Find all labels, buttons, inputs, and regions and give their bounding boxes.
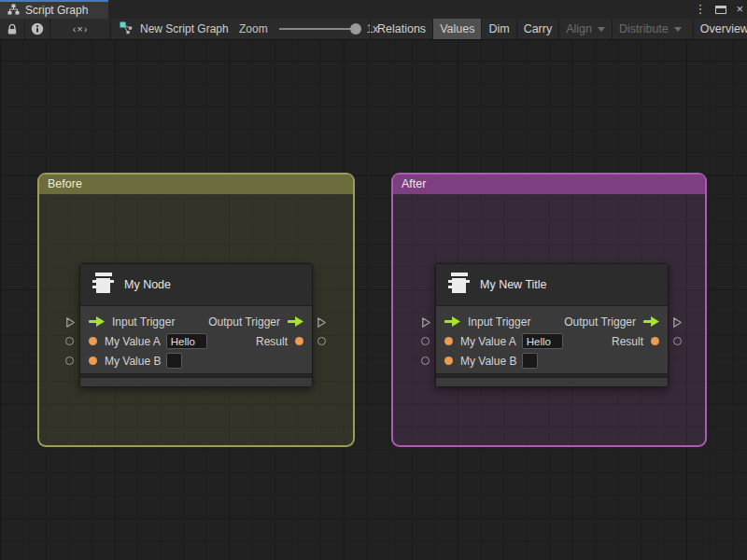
group-header[interactable]: After bbox=[393, 175, 705, 194]
port-row-trigger: Input Trigger Output Trigger bbox=[436, 312, 668, 331]
relations-button[interactable]: Relations bbox=[370, 19, 432, 39]
lock-button[interactable] bbox=[0, 19, 24, 39]
node-title: My New Title bbox=[480, 278, 547, 291]
port-label: Result bbox=[256, 335, 288, 348]
external-value-b-port[interactable] bbox=[421, 357, 430, 365]
external-trigger-in-port[interactable] bbox=[65, 315, 76, 332]
trigger-out-port-icon[interactable] bbox=[643, 316, 659, 327]
group-header[interactable]: Before bbox=[39, 175, 353, 194]
tab-bar: Script Graph ⋮ × bbox=[0, 0, 747, 19]
close-icon[interactable]: × bbox=[736, 0, 743, 19]
result-port-icon[interactable] bbox=[295, 337, 303, 345]
external-trigger-out-port[interactable] bbox=[672, 315, 683, 332]
zoom-control: Zoom 1x bbox=[239, 19, 378, 39]
toolbar-left-icons: ‹×› bbox=[0, 19, 111, 39]
port-label: Result bbox=[612, 335, 643, 348]
port-label: My Value A bbox=[105, 335, 161, 348]
maximize-icon[interactable] bbox=[715, 6, 726, 14]
zoom-slider-handle[interactable] bbox=[350, 23, 361, 35]
value-b-input[interactable] bbox=[166, 353, 182, 369]
info-icon bbox=[31, 22, 44, 35]
port-label: My Value B bbox=[460, 355, 516, 368]
trigger-out-port-icon[interactable] bbox=[288, 316, 303, 327]
external-value-a-port[interactable] bbox=[421, 337, 430, 345]
menu-kebab-icon[interactable]: ⋮ bbox=[694, 0, 706, 19]
carry-button[interactable]: Carry bbox=[516, 19, 559, 39]
port-row-value-b: My Value B bbox=[436, 351, 668, 371]
trigger-in-port-icon[interactable] bbox=[444, 316, 460, 327]
chevron-down-icon bbox=[598, 27, 605, 32]
node-body: Input Trigger Output Trigger My Value A … bbox=[80, 306, 312, 373]
toolbar-toggle-buttons: Relations Values Dim Carry Align Distrib… bbox=[370, 19, 747, 39]
lock-icon bbox=[7, 23, 18, 35]
node-footer bbox=[80, 377, 312, 386]
port-label: Input Trigger bbox=[112, 315, 175, 329]
group-title: After bbox=[402, 177, 426, 190]
port-row-value-a: My Value A Result bbox=[80, 331, 312, 351]
value-a-port-icon[interactable] bbox=[444, 337, 453, 345]
value-a-port-icon[interactable] bbox=[89, 337, 97, 345]
zoom-slider[interactable] bbox=[279, 28, 359, 30]
node-my-new-title[interactable]: My New Title Input Trigger Output Trigge… bbox=[435, 263, 669, 387]
port-row-value-b: My Value B bbox=[80, 351, 312, 371]
external-trigger-in-port[interactable] bbox=[421, 315, 431, 332]
port-label: Input Trigger bbox=[468, 315, 530, 329]
code-preview-button[interactable]: ‹×› bbox=[50, 19, 110, 39]
external-value-b-port[interactable] bbox=[65, 357, 74, 365]
current-graph: New Script Graph bbox=[120, 19, 229, 39]
tab-script-graph[interactable]: Script Graph bbox=[0, 0, 108, 19]
node-header[interactable]: My Node bbox=[80, 264, 312, 306]
graph-name-label: New Script Graph bbox=[140, 22, 229, 35]
chevron-down-icon bbox=[674, 27, 682, 32]
unit-icon bbox=[92, 273, 115, 298]
value-b-port-icon[interactable] bbox=[89, 357, 97, 365]
group-title: Before bbox=[48, 177, 82, 190]
align-dropdown[interactable]: Align bbox=[558, 19, 612, 39]
value-b-input[interactable] bbox=[522, 353, 538, 369]
port-row-trigger: Input Trigger Output Trigger bbox=[80, 312, 312, 331]
tab-title: Script Graph bbox=[25, 4, 88, 17]
value-a-input[interactable] bbox=[522, 333, 563, 349]
trigger-in-port-icon[interactable] bbox=[89, 316, 105, 327]
external-trigger-out-port[interactable] bbox=[317, 315, 327, 332]
value-b-port-icon[interactable] bbox=[444, 357, 453, 365]
values-button[interactable]: Values bbox=[432, 19, 481, 39]
script-graph-asset-icon bbox=[120, 21, 134, 37]
overview-button[interactable]: Overview bbox=[693, 19, 747, 39]
unit-icon bbox=[447, 273, 471, 298]
script-graph-window: Script Graph ⋮ × bbox=[0, 0, 747, 560]
graph-hierarchy-icon bbox=[7, 4, 20, 18]
port-label: My Value B bbox=[105, 355, 161, 368]
node-footer bbox=[436, 377, 668, 386]
graph-toolbar: ‹×› New Script Graph Zoom 1x bbox=[0, 19, 747, 40]
info-button[interactable] bbox=[25, 19, 49, 39]
value-a-input[interactable] bbox=[166, 333, 207, 349]
result-port-icon[interactable] bbox=[651, 337, 659, 345]
external-result-port[interactable] bbox=[317, 337, 326, 345]
distribute-dropdown[interactable]: Distribute bbox=[612, 19, 688, 39]
node-title: My Node bbox=[124, 278, 171, 291]
node-header[interactable]: My New Title bbox=[436, 264, 668, 306]
dim-button[interactable]: Dim bbox=[481, 19, 515, 39]
node-my-node[interactable]: My Node Input Trigger Output Trigger My … bbox=[79, 263, 313, 387]
window-controls: ⋮ × bbox=[694, 0, 743, 19]
node-body: Input Trigger Output Trigger My Value A … bbox=[436, 306, 668, 373]
external-result-port[interactable] bbox=[673, 337, 682, 345]
divider bbox=[110, 19, 111, 39]
port-row-value-a: My Value A Result bbox=[436, 331, 668, 351]
code-toggle-icon: ‹×› bbox=[73, 23, 89, 35]
port-label: My Value A bbox=[460, 335, 516, 348]
zoom-label: Zoom bbox=[239, 22, 268, 35]
external-value-a-port[interactable] bbox=[65, 337, 74, 345]
port-label: Output Trigger bbox=[564, 315, 636, 329]
port-label: Output Trigger bbox=[208, 315, 280, 329]
